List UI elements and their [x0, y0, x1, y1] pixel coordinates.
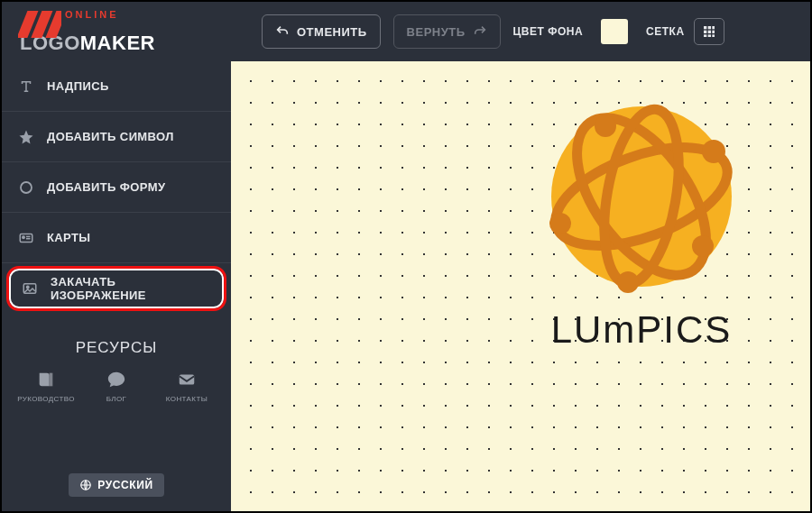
globe-logo-icon [542, 97, 741, 296]
svg-point-23 [702, 140, 725, 163]
sidebar-item-text[interactable]: НАДПИСЬ [2, 61, 231, 112]
svg-rect-4 [707, 31, 710, 33]
svg-rect-2 [712, 26, 715, 29]
resource-label: БЛОГ [106, 395, 127, 403]
svg-rect-1 [707, 26, 710, 29]
sidebar-item-shape[interactable]: ДОБАВИТЬ ФОРМУ [2, 162, 231, 213]
svg-rect-5 [712, 31, 715, 33]
resource-guide[interactable]: РУКОВОДСТВО [19, 370, 73, 403]
mail-icon [177, 370, 197, 389]
grid-icon [702, 24, 716, 39]
text-icon [18, 78, 34, 95]
logo-top-text: ONLINE [65, 11, 119, 20]
svg-point-25 [617, 271, 639, 293]
resource-contacts[interactable]: КОНТАКТЫ [160, 370, 214, 403]
resource-blog[interactable]: БЛОГ [89, 370, 143, 403]
language-selector[interactable]: РУССКИЙ [69, 473, 163, 497]
bgcolor-swatch[interactable] [601, 19, 628, 44]
sidebar-item-label: ЗАКАЧАТЬ ИЗОБРАЖЕНИЕ [51, 275, 211, 302]
redo-icon [473, 24, 487, 39]
image-icon [22, 280, 38, 297]
main: НАДПИСЬ ДОБАВИТЬ СИМВОЛ ДОБАВИТЬ ФОРМУ К… [2, 61, 810, 511]
svg-rect-7 [707, 34, 710, 37]
svg-point-24 [692, 235, 714, 257]
sidebar-item-label: ДОБАВИТЬ СИМВОЛ [47, 130, 174, 143]
svg-point-26 [549, 213, 571, 234]
sidebar-item-symbol[interactable]: ДОБАВИТЬ СИМВОЛ [2, 112, 231, 162]
svg-point-11 [23, 236, 24, 238]
star-icon [18, 129, 34, 145]
sidebar-item-cards[interactable]: КАРТЫ [2, 213, 231, 263]
redo-label: ВЕРНУТЬ [407, 25, 466, 39]
grid-toggle-button[interactable] [694, 18, 724, 45]
svg-rect-0 [704, 26, 706, 29]
resource-label: РУКОВОДСТВО [17, 395, 75, 403]
chat-icon [106, 370, 126, 389]
toolbar: ОТМЕНИТЬ ВЕРНУТЬ ЦВЕТ ФОНА СЕТКА [262, 14, 724, 49]
sidebar-item-label: ДОБАВИТЬ ФОРМУ [47, 180, 165, 194]
svg-rect-3 [704, 31, 706, 33]
header: ONLINE LOGOMAKER ОТМЕНИТЬ ВЕРНУТЬ ЦВЕТ Ф… [2, 2, 810, 61]
app-logo: ONLINE LOGOMAKER [18, 11, 226, 52]
undo-label: ОТМЕНИТЬ [297, 25, 367, 39]
circle-icon [18, 179, 34, 196]
sidebar-item-label: НАДПИСЬ [47, 79, 109, 93]
card-icon [18, 230, 34, 246]
logo-artwork[interactable]: LUmPICS [515, 97, 768, 352]
bgcolor-label: ЦВЕТ ФОНА [513, 25, 584, 38]
resources-section: РЕСУРСЫ РУКОВОДСТВО БЛОГ КОНТАКТЫ [2, 339, 231, 403]
svg-rect-8 [712, 34, 715, 37]
language-label: РУССКИЙ [97, 479, 152, 491]
sidebar-item-upload-image[interactable]: ЗАКАЧАТЬ ИЗОБРАЖЕНИЕ [6, 266, 226, 311]
logo-text[interactable]: LUmPICS [551, 308, 733, 352]
redo-button[interactable]: ВЕРНУТЬ [393, 14, 501, 49]
resource-label: КОНТАКТЫ [166, 395, 208, 403]
globe-icon [79, 479, 92, 491]
sidebar: НАДПИСЬ ДОБАВИТЬ СИМВОЛ ДОБАВИТЬ ФОРМУ К… [2, 61, 231, 511]
undo-icon [275, 24, 290, 39]
svg-point-9 [21, 182, 32, 193]
grid-label: СЕТКА [646, 25, 685, 38]
sidebar-item-label: КАРТЫ [47, 231, 91, 244]
book-icon [36, 370, 56, 389]
svg-rect-6 [704, 34, 706, 37]
logo-mark-icon [18, 11, 61, 38]
undo-button[interactable]: ОТМЕНИТЬ [262, 14, 381, 49]
resources-title: РЕСУРСЫ [2, 339, 231, 357]
design-canvas[interactable]: LUmPICS [231, 61, 810, 511]
svg-point-15 [27, 286, 29, 288]
svg-rect-16 [180, 375, 195, 385]
svg-point-22 [595, 115, 616, 137]
